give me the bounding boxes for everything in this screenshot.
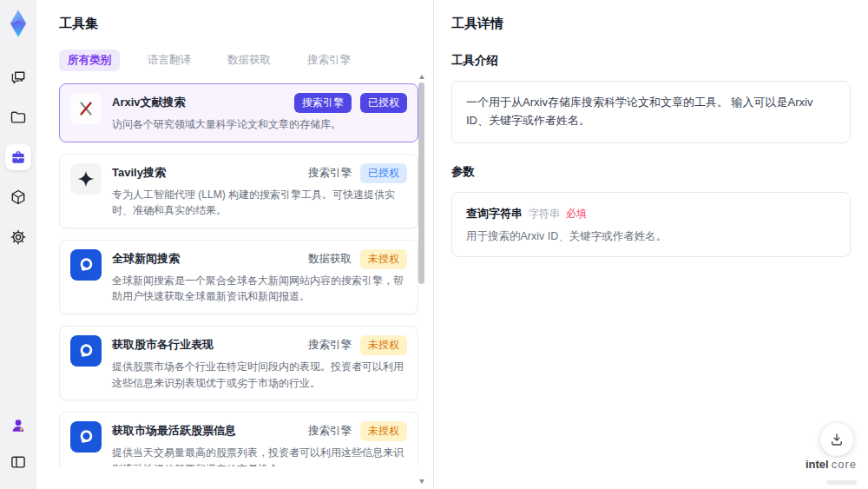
list-scrollbar[interactable] <box>418 75 425 484</box>
intro-box: 一个用于从Arxiv存储库搜索科学论文和文章的工具。 输入可以是Arxiv ID… <box>451 81 851 143</box>
app-logo-icon[interactable] <box>4 9 32 38</box>
tool-detail-pane: 工具详情 工具介绍 一个用于从Arxiv存储库搜索科学论文和文章的工具。 输入可… <box>434 0 868 489</box>
intel-core-logo: intelcore <box>806 458 857 488</box>
scrollbar-thumb[interactable] <box>418 83 424 284</box>
intro-text: 一个用于从Arxiv存储库搜索科学论文和文章的工具。 输入可以是Arxiv ID… <box>466 94 836 130</box>
app-window: 工具集 所有类别 语言翻译 数据获取 搜索引擎 <box>0 0 868 489</box>
category-badge: 搜索引擎 <box>294 93 352 113</box>
news-search-logo-icon <box>76 255 95 274</box>
tab-language-translation[interactable]: 语言翻译 <box>139 50 200 71</box>
params-heading: 参数 <box>451 164 851 180</box>
tool-description: 访问各个研究领域大量科学论文和文章的存储库。 <box>112 116 407 133</box>
tool-icon <box>70 335 102 367</box>
tool-name: 获取股市各行业表现 <box>112 335 214 353</box>
tool-name: 获取市场最活跃股票信息 <box>112 421 236 439</box>
tool-card[interactable]: 获取股市各行业表现 搜索引擎 未授权 提供股票市场各个行业在特定时间段内的表现。… <box>59 326 418 400</box>
cube-icon[interactable] <box>5 184 31 210</box>
category-badge: 数据获取 <box>308 249 352 269</box>
left-rail <box>0 0 36 489</box>
download-button[interactable] <box>820 423 853 456</box>
category-badge: 搜索引擎 <box>308 335 352 355</box>
download-icon <box>829 432 845 447</box>
tavily-star-icon <box>76 169 95 188</box>
tool-card-body: 获取市场最活跃股票信息 搜索引擎 未授权 提供当天交易量最高的股票列表，投资者可… <box>112 421 407 466</box>
chat-icon[interactable] <box>5 64 31 90</box>
tool-description: 提供股票市场各个行业在特定时间段内的表现。投资者可以利用这些信息来识别表现优于或… <box>112 359 407 391</box>
tool-card-body: 获取股市各行业表现 搜索引擎 未授权 提供股票市场各个行业在特定时间段内的表现。… <box>112 335 407 391</box>
tool-list: Arxiv文献搜索 搜索引擎 已授权 访问各个研究领域大量科学论文和文章的存储库… <box>59 83 418 466</box>
rail-bottom <box>5 413 31 475</box>
core-logo-text: core <box>832 458 857 471</box>
tool-description: 提供当天交易量最高的股票列表，投资者可以利用这些信息来识别流动性强的股票和潜在的… <box>112 445 407 466</box>
param-description: 用于搜索的Arxiv ID、关键字或作者姓名。 <box>466 229 836 244</box>
tool-card-body: Arxiv文献搜索 搜索引擎 已授权 访问各个研究领域大量科学论文和文章的存储库… <box>112 93 407 133</box>
tool-card[interactable]: 全球新闻搜索 数据获取 未授权 全球新闻搜索是一个聚合全球各大新闻网站内容的搜索… <box>59 240 418 314</box>
auth-badge: 未授权 <box>360 421 407 441</box>
page-title: 工具集 <box>59 16 433 32</box>
scroll-up-arrow-icon[interactable] <box>419 75 424 79</box>
tool-badges: 数据获取 未授权 <box>308 249 407 269</box>
tool-badges: 搜索引擎 已授权 <box>308 163 407 183</box>
tool-icon <box>70 93 102 124</box>
settings-gear-icon[interactable] <box>5 224 31 250</box>
tool-card[interactable]: Arxiv文献搜索 搜索引擎 已授权 访问各个研究领域大量科学论文和文章的存储库… <box>59 83 418 142</box>
rail-nav <box>5 64 31 250</box>
tool-badges: 搜索引擎 未授权 <box>308 421 407 441</box>
tool-description: 专为人工智能代理 (LLM) 构建的搜索引擎工具。可快速提供实时、准确和真实的结… <box>112 187 407 219</box>
intel-logo-text: intel <box>806 458 829 471</box>
news-search-logo-icon <box>76 427 95 446</box>
intro-heading: 工具介绍 <box>451 53 851 69</box>
tool-name: Arxiv文献搜索 <box>112 93 186 110</box>
auth-badge: 已授权 <box>360 93 407 113</box>
tool-description: 全球新闻搜索是一个聚合全球各大新闻网站内容的搜索引擎，帮助用户快速获取全球最新资… <box>112 273 407 305</box>
tool-card-body: Tavily搜索 搜索引擎 已授权 专为人工智能代理 (LLM) 构建的搜索引擎… <box>112 163 407 219</box>
category-badge: 搜索引擎 <box>308 421 352 441</box>
tool-icon <box>70 163 102 195</box>
tab-all-categories[interactable]: 所有类别 <box>59 50 120 71</box>
tool-card[interactable]: Tavily搜索 搜索引擎 已授权 专为人工智能代理 (LLM) 构建的搜索引擎… <box>59 154 418 228</box>
detail-title: 工具详情 <box>451 16 851 32</box>
category-badge: 搜索引擎 <box>308 163 352 183</box>
toolbox-icon[interactable] <box>5 144 31 170</box>
param-header: 查询字符串字符串必填 <box>466 205 836 221</box>
tool-badges: 搜索引擎 未授权 <box>308 335 407 355</box>
auth-badge: 未授权 <box>360 335 407 355</box>
auth-badge: 已授权 <box>360 163 407 183</box>
auth-badge: 未授权 <box>360 249 407 269</box>
arxiv-logo-icon <box>76 99 95 118</box>
tool-name: Tavily搜索 <box>112 163 166 181</box>
param-required-badge: 必填 <box>566 208 587 220</box>
user-avatar[interactable] <box>5 413 31 439</box>
tool-icon <box>70 249 102 281</box>
param-box: 查询字符串字符串必填 用于搜索的Arxiv ID、关键字或作者姓名。 <box>451 192 851 257</box>
tab-search-engine[interactable]: 搜索引擎 <box>299 50 359 71</box>
intel-logo-subline <box>827 480 857 485</box>
collapse-sidebar-icon[interactable] <box>5 449 31 475</box>
tool-badges: 搜索引擎 已授权 <box>294 93 407 113</box>
folder-icon[interactable] <box>5 104 31 130</box>
scroll-down-arrow-icon[interactable] <box>419 479 424 484</box>
tool-card[interactable]: 获取市场最活跃股票信息 搜索引擎 未授权 提供当天交易量最高的股票列表，投资者可… <box>59 412 418 466</box>
param-type: 字符串 <box>529 208 560 220</box>
param-name: 查询字符串 <box>466 207 523 220</box>
news-search-logo-icon <box>76 341 95 360</box>
tool-list-pane: 工具集 所有类别 语言翻译 数据获取 搜索引擎 <box>36 0 434 489</box>
tool-card-body: 全球新闻搜索 数据获取 未授权 全球新闻搜索是一个聚合全球各大新闻网站内容的搜索… <box>112 249 407 305</box>
tool-name: 全球新闻搜索 <box>112 249 180 267</box>
category-tabs: 所有类别 语言翻译 数据获取 搜索引擎 <box>59 50 433 71</box>
tab-data-fetch[interactable]: 数据获取 <box>219 50 279 71</box>
tool-icon <box>70 421 102 453</box>
